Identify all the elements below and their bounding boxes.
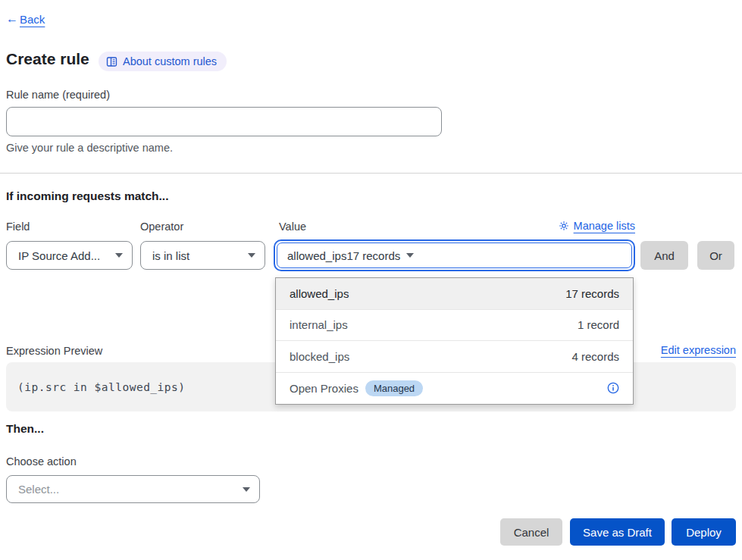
value-select-name: allowed_ips [287, 249, 346, 262]
back-link[interactable]: ←Back [6, 12, 45, 26]
managed-badge: Managed [365, 380, 423, 396]
operator-select-value: is in list [152, 249, 189, 262]
choose-action-placeholder: Select... [18, 483, 59, 496]
dropdown-item-allowed-ips[interactable]: allowed_ips 17 records [276, 278, 633, 310]
then-section-heading: Then... [6, 422, 44, 436]
value-dropdown: allowed_ips 17 records internal_ips 1 re… [275, 277, 634, 405]
save-as-draft-button[interactable]: Save as Draft [570, 518, 665, 546]
chevron-down-icon [243, 487, 250, 492]
book-icon [106, 56, 117, 67]
list-records: 4 records [571, 350, 619, 363]
chevron-down-icon [248, 253, 255, 258]
back-label: Back [20, 13, 45, 26]
operator-label: Operator [140, 221, 183, 233]
list-name: allowed_ips [290, 287, 349, 300]
gear-icon [559, 221, 569, 231]
rule-name-input[interactable] [6, 107, 442, 136]
edit-expression-link[interactable]: Edit expression [661, 344, 736, 356]
dropdown-item-internal-ips[interactable]: internal_ips 1 record [276, 310, 633, 342]
match-section-heading: If incoming requests match... [6, 189, 168, 203]
rule-name-helper: Give your rule a descriptive name. [6, 142, 173, 154]
list-name: internal_ips [290, 318, 348, 331]
chevron-down-icon [115, 253, 123, 258]
cancel-button[interactable]: Cancel [500, 518, 562, 546]
chevron-down-icon [406, 253, 414, 258]
field-label: Field [6, 221, 30, 233]
choose-action-select[interactable]: Select... [6, 475, 260, 503]
list-records: 17 records [565, 287, 619, 300]
value-select-records: 17 records [346, 249, 400, 262]
value-label: Value [279, 221, 306, 233]
or-button[interactable]: Or [697, 241, 734, 270]
field-select-value: IP Source Add... [18, 249, 100, 262]
expression-preview-label: Expression Preview [6, 345, 102, 357]
and-button[interactable]: And [640, 241, 688, 270]
list-name: Open Proxies [290, 382, 358, 395]
choose-action-label: Choose action [6, 455, 77, 468]
dropdown-item-open-proxies[interactable]: Open Proxies Managed [276, 373, 633, 405]
list-name: blocked_ips [290, 350, 349, 363]
deploy-button[interactable]: Deploy [672, 518, 736, 546]
section-divider [0, 173, 742, 174]
value-select[interactable]: allowed_ips 17 records [274, 239, 635, 271]
left-arrow-icon: ← [6, 12, 18, 26]
about-custom-rules-label: About custom rules [123, 55, 217, 67]
create-rule-page: ←Back Create rule About custom rules Rul… [0, 0, 742, 560]
rule-name-label: Rule name (required) [6, 89, 110, 101]
about-custom-rules-link[interactable]: About custom rules [99, 52, 227, 71]
list-records: 1 record [578, 318, 619, 331]
info-icon[interactable] [607, 382, 619, 394]
expression-code-text: (ip.src in $allowed_ips) [17, 381, 186, 393]
operator-select[interactable]: is in list [140, 241, 265, 270]
field-select[interactable]: IP Source Add... [6, 241, 133, 270]
page-title: Create rule [6, 50, 89, 68]
dropdown-item-blocked-ips[interactable]: blocked_ips 4 records [276, 341, 633, 373]
manage-lists-label: Manage lists [574, 220, 635, 232]
manage-lists-link[interactable]: Manage lists [559, 220, 635, 232]
